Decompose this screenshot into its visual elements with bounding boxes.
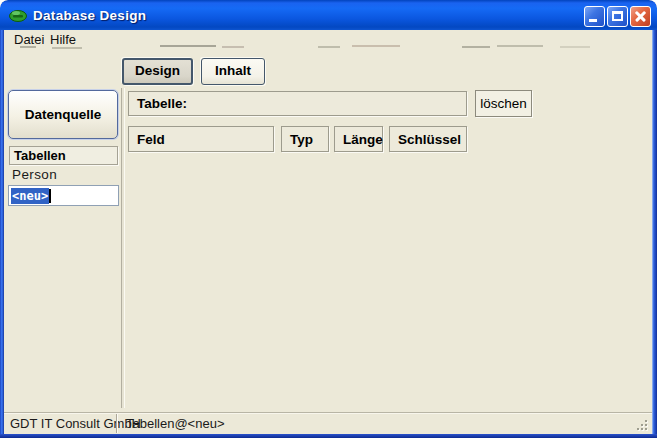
window-border-bottom [0, 434, 657, 438]
datenquelle-button[interactable]: Datenquelle [8, 90, 118, 139]
titlebar[interactable]: Database Design [0, 0, 657, 30]
maximize-icon [612, 11, 623, 21]
status-company: GDT IT Consult GmbH [10, 416, 141, 431]
minimize-button[interactable] [584, 6, 605, 27]
loeschen-button[interactable]: löschen [475, 90, 532, 117]
close-icon [631, 7, 650, 26]
window-border-left [0, 30, 4, 438]
window-border-right [652, 30, 657, 438]
app-window: Database Design Datei Hilfe Design Inhal… [0, 0, 657, 438]
resize-grip[interactable] [635, 418, 648, 431]
column-header-laenge: Länge [334, 126, 383, 152]
column-header-typ: Typ [281, 126, 329, 152]
text-caret [49, 189, 51, 203]
new-table-input[interactable]: <neu> [8, 185, 119, 206]
tabellen-list-header: Tabellen [9, 146, 118, 165]
status-separator [116, 414, 117, 433]
window-controls [584, 6, 651, 27]
selected-input-text: <neu> [11, 188, 49, 204]
close-button[interactable] [630, 6, 651, 27]
window-title: Database Design [33, 8, 146, 23]
panel-splitter[interactable] [121, 88, 125, 408]
column-header-feld: Feld [128, 126, 274, 152]
tab-design[interactable]: Design [122, 58, 193, 85]
status-context: Tabellen@<neu> [126, 416, 225, 431]
tabelle-label-box: Tabelle: [128, 91, 467, 116]
tab-inhalt[interactable]: Inhalt [201, 58, 265, 85]
app-icon [9, 8, 27, 22]
status-bar: GDT IT Consult GmbH Tabellen@<neu> [4, 412, 652, 434]
column-header-schluessel: Schlüssel [389, 126, 467, 152]
minimize-icon [589, 19, 597, 22]
list-item-person[interactable]: Person [12, 167, 112, 183]
maximize-button[interactable] [607, 6, 628, 27]
